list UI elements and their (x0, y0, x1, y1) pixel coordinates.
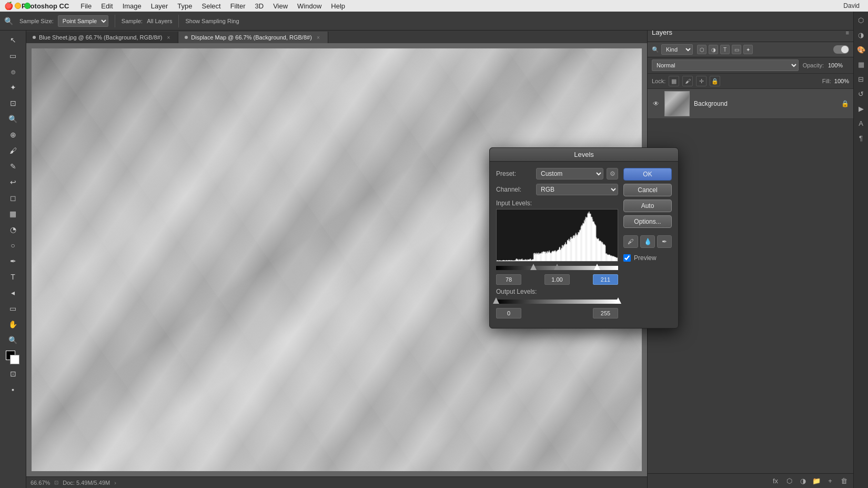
input-white-value[interactable] (593, 274, 618, 285)
add-mask-button[interactable]: ⬡ (784, 476, 794, 486)
dodge-tool[interactable]: ○ (6, 238, 21, 253)
input-black-handle[interactable] (530, 264, 537, 272)
lock-position-btn[interactable]: ✛ (696, 76, 706, 86)
eraser-tool[interactable]: ◻ (6, 191, 21, 205)
output-black-handle[interactable] (493, 297, 499, 306)
swatches-icon[interactable]: ▦ (855, 58, 867, 71)
hand-tool[interactable]: ✋ (6, 317, 21, 332)
input-white-handle[interactable] (594, 264, 600, 272)
adjustments-icon[interactable]: ◑ (855, 28, 867, 41)
menu-3d[interactable]: 3D (251, 1, 268, 11)
layers-lock-row: Lock: ▦ 🖌 ✛ 🔒 Fill: 100% (648, 74, 853, 89)
tab-dot-2 (185, 36, 188, 39)
quick-mask-mode[interactable]: ⊡ (6, 366, 21, 381)
history-brush-tool[interactable]: ↩ (6, 175, 21, 190)
sample-size-label: Sample Size: (19, 18, 54, 24)
input-mid-value[interactable] (544, 274, 570, 285)
output-white-value[interactable] (593, 308, 618, 318)
input-black-value[interactable] (496, 274, 521, 285)
layer-item-background[interactable]: 👁 Background 🔒 (648, 89, 853, 119)
lock-pixels-btn[interactable]: 🖌 (682, 76, 693, 86)
color-icon[interactable]: 🎨 (855, 43, 867, 56)
menu-select[interactable]: Select (197, 1, 225, 11)
menu-help[interactable]: Help (327, 1, 349, 11)
forward-arrow[interactable]: › (114, 480, 116, 486)
minimize-button[interactable] (15, 3, 21, 9)
add-adjustment-button[interactable]: ◑ (798, 476, 808, 486)
filter-adjust-btn[interactable]: ◑ (709, 45, 718, 54)
menu-window[interactable]: Window (293, 1, 326, 11)
auto-button[interactable]: Auto (623, 200, 672, 212)
filter-type-btn[interactable]: T (720, 45, 730, 54)
add-layer-button[interactable]: + (825, 476, 835, 486)
menu-image[interactable]: Image (118, 1, 146, 11)
eyedropper-white-icon: ✒ (662, 238, 667, 245)
levels-body: Preset: Custom Default ⚙ Channel: RGB Re… (490, 162, 678, 328)
pen-tool[interactable]: ✒ (6, 254, 21, 268)
options-button[interactable]: Options... (623, 215, 672, 228)
output-white-handle[interactable] (615, 297, 621, 306)
add-group-button[interactable]: 📁 (811, 476, 822, 486)
filter-pixel-btn[interactable]: ⬡ (697, 45, 706, 54)
lock-all-btn[interactable]: 🔒 (710, 76, 720, 86)
preset-select[interactable]: Custom Default (536, 168, 603, 180)
close-button[interactable] (5, 3, 12, 9)
clone-stamp-tool[interactable]: ✎ (6, 159, 21, 174)
healing-brush-tool[interactable]: ⊕ (6, 127, 21, 142)
menu-view[interactable]: View (269, 1, 292, 11)
filter-smart-btn[interactable]: ✦ (743, 45, 753, 54)
filter-toggle[interactable] (833, 45, 849, 54)
move-tool[interactable]: ↖ (6, 33, 21, 47)
input-levels-values (496, 274, 618, 285)
tab-close-2[interactable]: × (315, 34, 321, 41)
actions-icon[interactable]: ▶ (855, 102, 867, 115)
white-point-eyedropper[interactable]: ✒ (657, 235, 672, 248)
filter-shape-btn[interactable]: ▭ (732, 45, 741, 54)
maximize-button[interactable] (24, 3, 31, 9)
brush-tool[interactable]: 🖌 (6, 143, 21, 158)
history-icon[interactable]: ↺ (855, 87, 867, 100)
filter-kind-select[interactable]: Kind (661, 44, 693, 55)
zoom-tool[interactable]: 🔍 (6, 333, 21, 347)
lasso-tool[interactable]: ⌾ (6, 64, 21, 79)
ok-button[interactable]: OK (623, 168, 672, 181)
input-mid-handle[interactable] (554, 264, 560, 272)
delete-layer-button[interactable]: 🗑 (839, 476, 849, 486)
properties-icon[interactable]: ⬡ (855, 14, 867, 26)
blend-mode-select[interactable]: Normal (652, 59, 799, 71)
character-icon[interactable]: A (855, 117, 867, 130)
gray-point-eyedropper[interactable]: 💧 (640, 235, 655, 248)
shape-tool[interactable]: ▭ (6, 301, 21, 316)
menu-filter[interactable]: Filter (226, 1, 250, 11)
tab-displace-map[interactable]: Displace Map @ 66.7% (Background, RGB/8#… (178, 32, 328, 43)
black-point-eyedropper[interactable]: 🖋 (623, 235, 638, 248)
lock-transparent-btn[interactable]: ▦ (669, 76, 679, 86)
layer-visibility-eye[interactable]: 👁 (652, 99, 660, 108)
blur-tool[interactable]: ◔ (6, 222, 21, 237)
crop-tool[interactable]: ⊡ (6, 96, 21, 111)
menu-type[interactable]: Type (173, 1, 196, 11)
quick-select-tool[interactable]: ✦ (6, 80, 21, 95)
preview-checkbox[interactable] (623, 254, 631, 262)
tab-close-1[interactable]: × (165, 34, 171, 41)
menu-file[interactable]: File (76, 1, 96, 11)
paragraph-icon[interactable]: ¶ (855, 132, 867, 144)
text-tool[interactable]: T (6, 270, 21, 284)
menu-layer[interactable]: Layer (147, 1, 173, 11)
path-select-tool[interactable]: ◂ (6, 285, 21, 300)
fx-button[interactable]: fx (770, 476, 781, 486)
tab-blue-sheet[interactable]: Blue Sheet.jpg @ 66.7% (Background, RGB/… (26, 32, 178, 43)
eyedropper-tool[interactable]: 🔍 (6, 112, 21, 126)
preset-gear-button[interactable]: ⚙ (607, 168, 618, 180)
screen-mode[interactable]: ▪ (6, 382, 21, 397)
cancel-button[interactable]: Cancel (623, 184, 672, 196)
menu-edit[interactable]: Edit (97, 1, 117, 11)
rectangle-select-tool[interactable]: ▭ (6, 48, 21, 63)
foreground-background-colors[interactable] (6, 351, 21, 365)
channel-select[interactable]: RGB Red Green Blue (536, 184, 618, 195)
gradient-tool[interactable]: ▦ (6, 206, 21, 221)
sample-size-select[interactable]: Point Sample (58, 15, 108, 27)
output-black-value[interactable] (496, 308, 521, 318)
opacity-label: Opacity: (803, 62, 824, 68)
styles-icon[interactable]: ⊟ (855, 73, 867, 85)
